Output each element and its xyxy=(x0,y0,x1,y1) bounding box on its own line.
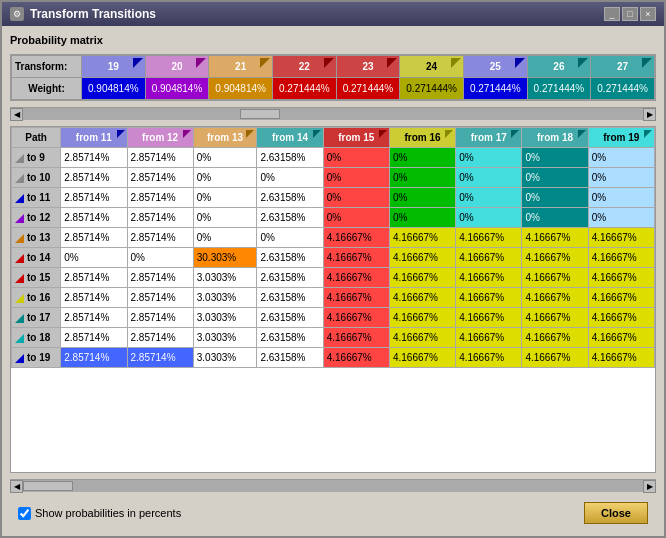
row-label-7: to 16 xyxy=(12,288,61,308)
show-percents-checkbox[interactable] xyxy=(18,507,31,520)
cell-6-0: 2.85714% xyxy=(61,268,127,288)
cell-4-7: 4.16667% xyxy=(522,228,588,248)
cell-10-3: 2.63158% xyxy=(257,348,323,368)
weight-25: 0.271444% xyxy=(463,78,527,100)
from-11-header: from 11 xyxy=(61,128,127,148)
row-tri-1 xyxy=(15,174,24,183)
cell-0-8: 0% xyxy=(588,148,654,168)
cell-3-7: 0% xyxy=(522,208,588,228)
weight-26: 0.271444% xyxy=(527,78,591,100)
from17-tri xyxy=(511,130,519,138)
cell-8-2: 3.0303% xyxy=(193,308,257,328)
row-label-4: to 13 xyxy=(12,228,61,248)
col-25: 25 xyxy=(463,56,527,78)
row-tri-7 xyxy=(15,294,24,303)
cell-10-4: 4.16667% xyxy=(323,348,389,368)
cell-10-1: 2.85714% xyxy=(127,348,193,368)
row-tri-8 xyxy=(15,314,24,323)
cell-7-7: 4.16667% xyxy=(522,288,588,308)
weight-21: 0.904814% xyxy=(209,78,273,100)
cell-2-8: 0% xyxy=(588,188,654,208)
top-scrollbar[interactable]: ◀ ▶ xyxy=(10,107,656,120)
row-tri-5 xyxy=(15,254,24,263)
cell-7-2: 3.0303% xyxy=(193,288,257,308)
transform-weight-table: Transform: 19 20 21 22 23 xyxy=(11,55,655,100)
cell-4-5: 4.16667% xyxy=(389,228,455,248)
close-button[interactable]: Close xyxy=(584,502,648,524)
row-tri-3 xyxy=(15,214,24,223)
tri-23 xyxy=(387,58,397,68)
table-row: to 102.85714%2.85714%0%0%0%0%0%0%0% xyxy=(12,168,655,188)
cell-3-2: 0% xyxy=(193,208,257,228)
maximize-button[interactable]: □ xyxy=(622,7,638,21)
cell-1-6: 0% xyxy=(456,168,522,188)
cell-4-3: 0% xyxy=(257,228,323,248)
cell-5-8: 4.16667% xyxy=(588,248,654,268)
scroll-right-arrow[interactable]: ▶ xyxy=(643,108,656,121)
cell-9-1: 2.85714% xyxy=(127,328,193,348)
scroll-track-top[interactable] xyxy=(23,108,643,120)
from-14-header: from 14 xyxy=(257,128,323,148)
cell-4-4: 4.16667% xyxy=(323,228,389,248)
cell-2-1: 2.85714% xyxy=(127,188,193,208)
cell-9-2: 3.0303% xyxy=(193,328,257,348)
minimize-button[interactable]: _ xyxy=(604,7,620,21)
cell-6-6: 4.16667% xyxy=(456,268,522,288)
cell-7-0: 2.85714% xyxy=(61,288,127,308)
cell-5-5: 4.16667% xyxy=(389,248,455,268)
title-buttons: _ □ × xyxy=(604,7,656,21)
row-label-5: to 14 xyxy=(12,248,61,268)
col-23: 23 xyxy=(336,56,400,78)
weight-row: Weight: 0.904814% 0.904814% 0.904814% 0.… xyxy=(12,78,655,100)
tri-27 xyxy=(642,58,652,68)
weight-20: 0.904814% xyxy=(145,78,209,100)
row-tri-4 xyxy=(15,234,24,243)
cell-6-2: 3.0303% xyxy=(193,268,257,288)
cell-5-7: 4.16667% xyxy=(522,248,588,268)
scroll-bottom-right[interactable]: ▶ xyxy=(643,480,656,493)
close-window-button[interactable]: × xyxy=(640,7,656,21)
table-row: to 132.85714%2.85714%0%0%4.16667%4.16667… xyxy=(12,228,655,248)
row-tri-10 xyxy=(15,354,24,363)
main-grid-container: Path from 11 from 12 from 13 xyxy=(10,126,656,473)
tri-26 xyxy=(578,58,588,68)
tri-25 xyxy=(515,58,525,68)
cell-4-1: 2.85714% xyxy=(127,228,193,248)
probability-grid: Path from 11 from 12 from 13 xyxy=(11,127,655,368)
table-row: to 92.85714%2.85714%0%2.63158%0%0%0%0%0% xyxy=(12,148,655,168)
table-row: to 140%0%30.303%2.63158%4.16667%4.16667%… xyxy=(12,248,655,268)
show-percents-label: Show probabilities in percents xyxy=(35,507,181,519)
cell-6-8: 4.16667% xyxy=(588,268,654,288)
scroll-thumb-top[interactable] xyxy=(240,109,280,119)
checkbox-row: Show probabilities in percents xyxy=(18,507,181,520)
row-label-8: to 17 xyxy=(12,308,61,328)
cell-7-4: 4.16667% xyxy=(323,288,389,308)
cell-7-5: 4.16667% xyxy=(389,288,455,308)
cell-1-0: 2.85714% xyxy=(61,168,127,188)
cell-2-3: 2.63158% xyxy=(257,188,323,208)
scroll-left-arrow[interactable]: ◀ xyxy=(10,108,23,121)
cell-0-4: 0% xyxy=(323,148,389,168)
col-27: 27 xyxy=(591,56,655,78)
from12-tri xyxy=(183,130,191,138)
cell-5-2: 30.303% xyxy=(193,248,257,268)
scroll-thumb-bottom[interactable] xyxy=(23,481,73,491)
cell-1-5: 0% xyxy=(389,168,455,188)
path-header: Path xyxy=(12,128,61,148)
bottom-scrollbar[interactable]: ◀ ▶ xyxy=(10,479,656,492)
from13-tri xyxy=(246,130,254,138)
cell-1-1: 2.85714% xyxy=(127,168,193,188)
cell-1-8: 0% xyxy=(588,168,654,188)
main-window: ⚙ Transform Transitions _ □ × Probabilit… xyxy=(0,0,666,538)
cell-0-7: 0% xyxy=(522,148,588,168)
title-bar-left: ⚙ Transform Transitions xyxy=(10,7,156,21)
cell-7-6: 4.16667% xyxy=(456,288,522,308)
cell-10-7: 4.16667% xyxy=(522,348,588,368)
cell-2-0: 2.85714% xyxy=(61,188,127,208)
tri-21 xyxy=(260,58,270,68)
scroll-track-bottom[interactable] xyxy=(23,480,643,492)
title-bar: ⚙ Transform Transitions _ □ × xyxy=(2,2,664,26)
scroll-bottom-left[interactable]: ◀ xyxy=(10,480,23,493)
cell-6-3: 2.63158% xyxy=(257,268,323,288)
main-grid-scroll[interactable]: Path from 11 from 12 from 13 xyxy=(11,127,655,472)
